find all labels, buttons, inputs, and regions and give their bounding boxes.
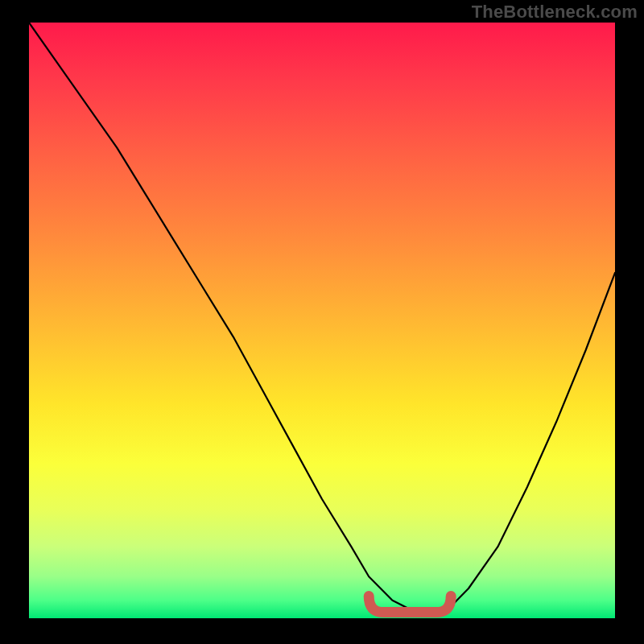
curve-svg <box>29 23 615 618</box>
chart-frame: TheBottleneck.com <box>0 0 644 644</box>
watermark-text: TheBottleneck.com <box>472 2 638 23</box>
optimal-range-highlight <box>369 597 451 613</box>
bottleneck-curve <box>29 23 615 613</box>
plot-area <box>29 23 615 618</box>
